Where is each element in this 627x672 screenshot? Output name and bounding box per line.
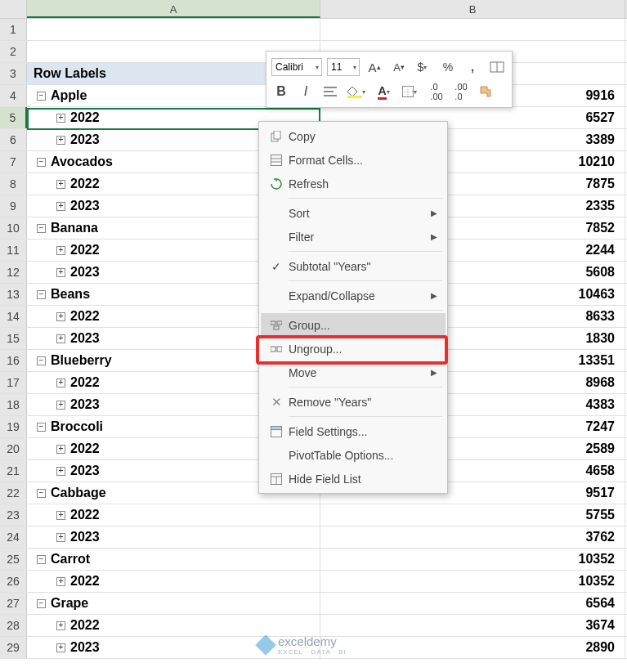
row-header[interactable]: 19 [0, 416, 27, 437]
collapse-icon[interactable]: − [37, 290, 46, 299]
format-painter-icon[interactable] [476, 81, 495, 102]
comma-icon[interactable]: , [463, 56, 482, 78]
cell-b[interactable]: 6564 [320, 593, 625, 614]
expand-icon[interactable]: + [56, 445, 65, 454]
ctx-field-settings[interactable]: Field Settings... [261, 419, 446, 443]
cell-a[interactable] [27, 19, 320, 40]
cell-a[interactable]: +2022 [27, 615, 320, 636]
cell-b[interactable]: 5755 [320, 504, 625, 526]
collapse-icon[interactable]: − [37, 224, 46, 233]
row-header[interactable]: 13 [0, 284, 27, 305]
expand-icon[interactable]: + [56, 379, 65, 388]
collapse-icon[interactable]: − [37, 599, 46, 608]
row-header[interactable]: 29 [0, 637, 27, 658]
bold-icon[interactable]: B [271, 81, 291, 102]
select-all-corner[interactable] [0, 0, 27, 18]
currency-icon[interactable]: $▾ [414, 56, 433, 78]
expand-icon[interactable]: + [56, 246, 65, 255]
collapse-icon[interactable]: − [37, 423, 46, 432]
row-header[interactable]: 3 [0, 63, 27, 84]
row-header[interactable]: 17 [0, 372, 27, 393]
row-header[interactable]: 24 [0, 526, 27, 548]
row-header[interactable]: 10 [0, 217, 27, 239]
expand-icon[interactable]: + [56, 334, 65, 343]
cell-a[interactable]: +2022 [27, 571, 320, 592]
increase-decimal-icon[interactable]: .0.00 [427, 81, 446, 102]
row-header[interactable]: 5 [0, 107, 27, 128]
row-header[interactable]: 28 [0, 615, 27, 636]
ctx-pivottable-options[interactable]: PivotTable Options... [261, 443, 446, 467]
cell-b[interactable]: 2890 [320, 637, 625, 658]
row-header[interactable]: 9 [0, 195, 27, 217]
decrease-decimal-icon[interactable]: .00.0 [451, 81, 471, 102]
align-icon[interactable] [320, 81, 340, 102]
ctx-move[interactable]: Move▶ [261, 361, 446, 384]
row-header[interactable]: 20 [0, 438, 27, 459]
cell-b[interactable]: 10352 [320, 549, 625, 570]
row-header[interactable]: 15 [0, 328, 27, 349]
increase-font-icon[interactable]: A▴ [365, 56, 384, 78]
row-header[interactable]: 25 [0, 549, 27, 570]
ctx-sort[interactable]: Sort▶ [261, 201, 446, 225]
row-header[interactable]: 8 [0, 173, 27, 195]
ctx-ungroup[interactable]: Ungroup... [261, 337, 446, 361]
collapse-icon[interactable]: − [37, 356, 46, 365]
col-header-a[interactable]: A [27, 0, 320, 18]
cell-b[interactable]: 10352 [320, 571, 625, 592]
decrease-font-icon[interactable]: A▾ [389, 56, 409, 78]
row-header[interactable]: 26 [0, 571, 27, 592]
collapse-icon[interactable]: − [37, 555, 46, 564]
collapse-icon[interactable]: − [37, 92, 46, 101]
expand-icon[interactable]: + [56, 180, 65, 189]
row-header[interactable]: 1 [0, 19, 27, 40]
expand-icon[interactable]: + [56, 136, 65, 145]
cell-a[interactable]: −Grape [27, 593, 320, 614]
cell-a[interactable]: −Carrot [27, 549, 320, 570]
italic-icon[interactable]: I [296, 81, 316, 102]
row-header[interactable]: 16 [0, 350, 27, 371]
row-header[interactable]: 23 [0, 504, 27, 526]
ctx-expand-collapse[interactable]: Expand/Collapse▶ [261, 284, 446, 307]
ctx-copy[interactable]: Copy [261, 124, 446, 148]
row-header[interactable]: 27 [0, 593, 27, 614]
row-header[interactable]: 12 [0, 262, 27, 283]
borders-icon[interactable]: ▾ [400, 81, 422, 102]
row-header[interactable]: 2 [0, 41, 27, 62]
expand-icon[interactable]: + [56, 312, 65, 321]
expand-icon[interactable]: + [56, 533, 65, 542]
cell-b[interactable] [320, 19, 625, 40]
row-header[interactable]: 21 [0, 460, 27, 482]
font-size-combo[interactable]: 11▾ [327, 58, 360, 76]
ctx-hide-field-list[interactable]: Hide Field List [261, 467, 446, 491]
expand-icon[interactable]: + [56, 621, 65, 630]
cell-b[interactable]: 3762 [320, 526, 625, 548]
row-header[interactable]: 18 [0, 394, 27, 415]
expand-icon[interactable]: + [56, 577, 65, 586]
expand-icon[interactable]: + [56, 643, 65, 652]
row-header[interactable]: 7 [0, 151, 27, 172]
expand-icon[interactable]: + [56, 202, 65, 211]
expand-icon[interactable]: + [56, 467, 65, 476]
expand-icon[interactable]: + [56, 511, 65, 520]
ctx-remove[interactable]: ✕Remove "Years" [261, 390, 446, 414]
ctx-subtotal[interactable]: ✓Subtotal "Years" [261, 254, 446, 278]
font-name-combo[interactable]: Calibri▾ [271, 58, 322, 76]
row-header[interactable]: 14 [0, 306, 27, 327]
ctx-refresh[interactable]: Refresh [261, 172, 446, 195]
ctx-filter[interactable]: Filter▶ [261, 225, 446, 249]
col-header-b[interactable]: B [320, 0, 625, 18]
cell-a[interactable]: +2022 [27, 504, 320, 526]
ctx-group[interactable]: Group... [261, 313, 446, 337]
percent-icon[interactable]: % [438, 56, 458, 78]
expand-icon[interactable]: + [56, 401, 65, 410]
collapse-icon[interactable]: − [37, 489, 46, 498]
row-header[interactable]: 4 [0, 85, 27, 106]
expand-icon[interactable]: + [56, 114, 65, 123]
expand-icon[interactable]: + [56, 268, 65, 277]
collapse-icon[interactable]: − [37, 158, 46, 167]
row-header[interactable]: 11 [0, 240, 27, 261]
cell-a[interactable]: +2023 [27, 526, 320, 548]
ctx-format-cells[interactable]: Format Cells... [261, 148, 446, 172]
row-header[interactable]: 22 [0, 482, 27, 504]
font-color-icon[interactable]: A▾ [375, 81, 395, 102]
